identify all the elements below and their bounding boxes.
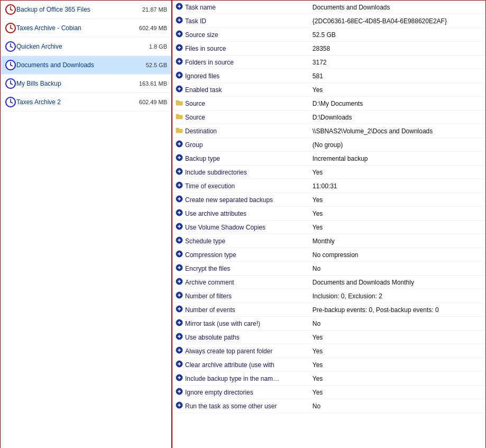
detail-label: Use Volume Shadow Copies	[184, 221, 308, 234]
dot-icon	[176, 209, 183, 216]
detail-label: Folders in source	[184, 56, 308, 69]
detail-value: Yes	[308, 344, 486, 358]
task-name: My Bills Backup	[16, 80, 135, 87]
task-name: Quicken Archive	[16, 43, 145, 50]
detail-value: No compression	[308, 248, 486, 262]
task-size: 21.87 MB	[142, 6, 167, 13]
detail-value: \\SBNAS2\Volume_2\Docs and Downloads	[308, 124, 486, 138]
detail-value: Yes	[308, 221, 486, 234]
detail-label: Include backup type in the nam…	[184, 372, 308, 386]
detail-row: Compression typeNo compression	[172, 248, 486, 262]
dot-icon	[176, 140, 183, 148]
detail-row: Group(No group)	[172, 138, 486, 152]
detail-row: SourceD:\My Documents	[172, 97, 486, 111]
svg-point-11	[10, 46, 11, 47]
detail-label: Run the task as some other user	[184, 399, 308, 413]
detail-row: Number of filtersInclusion: 0, Exclusion…	[172, 289, 486, 303]
clock-icon	[5, 59, 16, 71]
task-size: 52.5 GB	[146, 62, 167, 68]
detail-value: Documents and Downloads	[308, 1, 486, 14]
detail-label: Use absolute paths	[184, 331, 308, 344]
dot-icon	[176, 168, 183, 175]
task-item-my-bills-backup[interactable]: My Bills Backup163.61 MB	[1, 75, 171, 93]
detail-label: Backup type	[184, 152, 308, 166]
dot-icon	[176, 30, 183, 38]
detail-label: Source	[184, 97, 308, 111]
dot-icon	[176, 333, 183, 340]
detail-row: Archive commentDocuments and Downloads M…	[172, 276, 486, 289]
detail-value: 28358	[308, 42, 486, 56]
detail-label: Ignored files	[184, 69, 308, 83]
task-name: Backup of Office 365 Files	[16, 6, 138, 13]
dot-icon	[176, 374, 183, 381]
svg-point-7	[10, 28, 11, 29]
detail-label: Include subdirectories	[184, 166, 308, 179]
detail-row: Use archive attributesYes	[172, 207, 486, 221]
detail-row: Files in source28358	[172, 42, 486, 56]
svg-point-3	[10, 9, 11, 10]
detail-row: Ignore empty directoriesYes	[172, 386, 486, 399]
dot-icon	[176, 388, 183, 395]
dot-icon	[176, 401, 183, 409]
clock-icon	[5, 96, 16, 108]
detail-value: Monthly	[308, 234, 486, 248]
detail-value: No	[308, 317, 486, 331]
detail-label: Always create top parent folder	[184, 344, 308, 358]
detail-label: Encrypt the files	[184, 262, 308, 276]
detail-value: (No group)	[308, 138, 486, 152]
task-item-quicken-archive[interactable]: Quicken Archive1.8 GB	[1, 38, 171, 56]
detail-row: Number of eventsPre-backup events: 0, Po…	[172, 303, 486, 317]
clock-icon	[5, 4, 16, 15]
detail-value: Incremental backup	[308, 152, 486, 166]
task-item-documents-downloads[interactable]: Documents and Downloads52.5 GB	[1, 56, 171, 75]
task-item-taxes-archive-cobian[interactable]: Taxes Archive - Cobian602.49 MB	[1, 19, 171, 38]
detail-label: Create new separated backups	[184, 193, 308, 207]
detail-value: 52.5 GB	[308, 28, 486, 42]
clock-icon	[5, 41, 16, 52]
detail-row: Clear archive attribute (use withYes	[172, 358, 486, 372]
dot-icon	[176, 346, 183, 354]
dot-icon	[176, 85, 183, 93]
detail-panel: Task nameDocuments and DownloadsTask ID{…	[172, 1, 486, 448]
detail-label: Source size	[184, 28, 308, 42]
detail-label: Group	[184, 138, 308, 152]
task-size: 602.49 MB	[139, 25, 167, 31]
detail-table: Task nameDocuments and DownloadsTask ID{…	[172, 1, 486, 413]
dot-icon	[176, 264, 183, 271]
dot-icon	[176, 44, 183, 51]
dot-icon	[176, 236, 183, 244]
detail-value: Yes	[308, 166, 486, 179]
detail-label: Number of events	[184, 303, 308, 317]
task-size: 602.49 MB	[139, 99, 167, 105]
dot-icon	[176, 305, 183, 313]
detail-label: Number of filters	[184, 289, 308, 303]
task-size: 1.8 GB	[149, 43, 167, 50]
dot-icon	[176, 16, 183, 24]
dot-icon	[176, 291, 183, 299]
detail-value: Yes	[308, 193, 486, 207]
detail-value: Yes	[308, 358, 486, 372]
detail-label: Compression type	[184, 248, 308, 262]
detail-label: Enabled task	[184, 83, 308, 97]
clock-icon	[5, 22, 16, 34]
detail-row: Time of execution11:00:31	[172, 179, 486, 193]
dot-icon	[176, 278, 183, 285]
detail-row: Mirror task (use with care!)No	[172, 317, 486, 331]
task-size: 163.61 MB	[139, 80, 167, 87]
dot-icon	[176, 319, 183, 326]
main-container: Backup of Office 365 Files21.87 MBTaxes …	[1, 1, 486, 448]
detail-value: Documents and Downloads Monthly	[308, 276, 486, 289]
dot-icon	[176, 154, 183, 161]
dot-icon	[176, 71, 183, 79]
detail-value: No	[308, 262, 486, 276]
detail-row: Folders in source3172	[172, 56, 486, 69]
detail-value: Yes	[308, 207, 486, 221]
detail-value: 581	[308, 69, 486, 83]
task-item-backup-office[interactable]: Backup of Office 365 Files21.87 MB	[1, 1, 171, 19]
detail-label: Schedule type	[184, 234, 308, 248]
dot-icon	[176, 181, 183, 189]
task-item-taxes-archive-2[interactable]: Taxes Archive 2602.49 MB	[1, 93, 171, 112]
detail-row: Enabled taskYes	[172, 83, 486, 97]
task-name: Documents and Downloads	[16, 61, 142, 69]
detail-value: No	[308, 399, 486, 413]
